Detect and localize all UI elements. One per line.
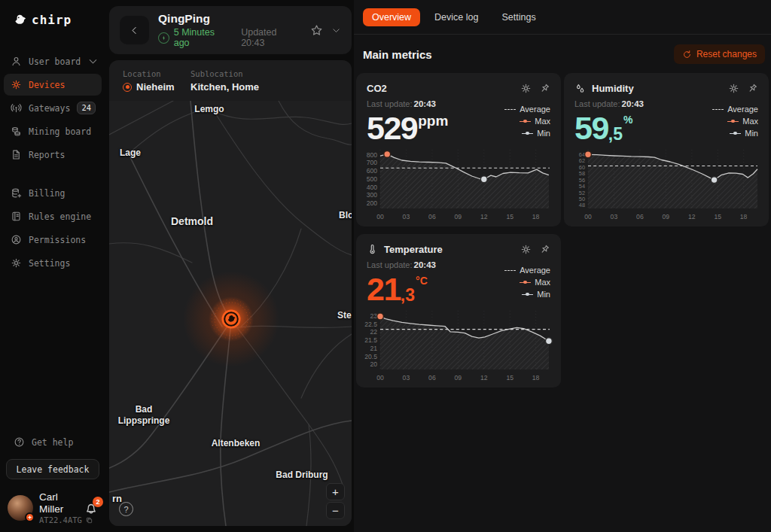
svg-text:12: 12 [688,213,696,220]
app-logo[interactable]: chirp [0,0,105,27]
tab-settings[interactable]: Settings [492,8,544,26]
temperature-icon [367,244,378,255]
chirp-logo-icon [14,14,26,26]
map-zoom-in-button[interactable]: + [326,483,345,500]
sidebar: chirp User boardDevicesGateways24Mining … [0,0,105,532]
notifications-count-badge: 2 [93,497,103,507]
avatar-status-badge [25,512,35,522]
chart-legend[interactable]: AverageMaxMin [504,105,550,138]
rules-icon [11,211,22,222]
svg-text:200: 200 [367,199,378,207]
refresh-icon [682,50,692,59]
sidebar-item-label: User board [29,56,81,67]
device-name: QingPing [158,12,301,26]
device-marker [183,271,279,367]
legend-item-min[interactable]: Min [522,290,550,299]
metric-chart: 2322.52221.52120.52000030609121518 [361,305,555,386]
user-menu[interactable]: Carl Miller AT22.4ATG 2 [0,488,105,526]
map-zoom-out-button[interactable]: − [326,502,345,519]
sidebar-item-user-board[interactable]: User board [4,50,102,72]
legend-item-min[interactable]: Min [522,129,550,138]
tab-device-log[interactable]: Device log [425,8,487,26]
svg-text:300: 300 [367,191,378,199]
map-attribution-button[interactable]: ? [119,502,133,516]
legend-item-max[interactable]: Max [520,117,550,126]
pin-icon[interactable] [539,83,550,94]
humidity-icon [574,83,586,94]
device-title-block: QingPing 5 Minutes ago Updated 20:43 [158,12,301,48]
location-map-card: Location Nieheim Sublocation Kitchen, Ho… [109,60,352,526]
pin-icon[interactable] [747,83,758,94]
favorite-star-icon[interactable] [310,24,323,37]
svg-text:400: 400 [367,184,378,191]
svg-text:22.5: 22.5 [364,321,377,328]
svg-text:15: 15 [506,213,513,220]
metric-value: 21,3°C [367,273,428,306]
sidebar-item-label: Mining board [29,126,91,137]
location-info: Location Nieheim Sublocation Kitchen, Ho… [109,60,352,101]
legend-item-max[interactable]: Max [520,278,550,287]
sidebar-item-label: Gateways [29,103,70,114]
sidebar-item-label: Billing [29,188,65,199]
svg-text:03: 03 [403,213,410,220]
pin-icon[interactable] [539,244,550,255]
tab-overview[interactable]: Overview [363,8,420,26]
reset-changes-button[interactable]: Reset changes [674,44,765,64]
svg-text:500: 500 [367,175,378,183]
spark-icon [27,515,32,520]
legend-item-max[interactable]: Max [727,117,758,126]
legend-item-average[interactable]: Average [504,266,550,275]
svg-text:21: 21 [370,345,377,352]
sidebar-bottom: Get help Leave feedback Carl Miller AT22… [0,436,105,526]
svg-text:12: 12 [480,213,488,220]
svg-text:00: 00 [376,374,384,382]
chart-legend[interactable]: AverageMaxMin [504,266,550,299]
leave-feedback-button[interactable]: Leave feedback [6,459,99,479]
sidebar-item-permissions[interactable]: Permissions [4,229,102,251]
device-header-card: QingPing 5 Minutes ago Updated 20:43 [109,6,352,54]
billing-icon [11,187,22,199]
svg-text:22: 22 [370,328,377,336]
sublocation-label: Sublocation [190,69,259,78]
legend-item-min[interactable]: Min [730,129,758,138]
svg-text:18: 18 [740,213,748,220]
user-name: Carl Miller [39,491,78,515]
online-status-icon [158,32,169,44]
gear-icon[interactable] [520,83,532,94]
chevron-left-icon [130,26,139,35]
svg-text:09: 09 [663,213,670,220]
svg-text:03: 03 [611,213,618,220]
svg-text:06: 06 [428,374,436,382]
device-menu-chevron-icon[interactable] [331,26,341,35]
sidebar-item-settings[interactable]: Settings [4,252,102,274]
copy-icon[interactable] [85,516,93,524]
legend-item-average[interactable]: Average [504,105,550,114]
chart-legend[interactable]: AverageMaxMin [712,105,758,138]
metric-card-co2: CO2 Last update:20:43 529ppm AverageMaxM… [356,73,561,226]
legend-item-average[interactable]: Average [712,105,758,114]
svg-text:09: 09 [455,213,462,220]
devices-icon [11,79,22,90]
sidebar-item-label: Rules engine [29,211,91,222]
device-last-seen: 5 Minutes ago [174,27,231,48]
sidebar-item-devices[interactable]: Devices [4,74,102,96]
sidebar-item-rules-engine[interactable]: Rules engine [4,205,102,227]
get-help-link[interactable]: Get help [0,436,105,448]
sidebar-item-mining-board[interactable]: Mining board [4,120,102,142]
gear-icon[interactable] [728,83,739,94]
map[interactable]: LemgoLageDetmoldBloSteBadLippspringeAlte… [109,101,352,526]
app-root: chirp User boardDevicesGateways24Mining … [0,0,771,532]
svg-text:600: 600 [367,167,378,175]
back-button[interactable] [120,16,149,44]
svg-text:23: 23 [370,312,377,320]
svg-text:06: 06 [428,213,436,220]
sidebar-item-reports[interactable]: Reports [4,144,102,166]
sidebar-item-gateways[interactable]: Gateways24 [4,97,102,119]
legend-mark-icon [504,109,516,113]
sidebar-item-billing[interactable]: Billing [4,182,102,204]
gear-icon[interactable] [520,244,532,255]
svg-text:06: 06 [636,213,644,220]
notifications-bell[interactable]: 2 [84,501,98,515]
settings-icon [11,257,22,269]
sidebar-item-label: Settings [29,258,70,269]
